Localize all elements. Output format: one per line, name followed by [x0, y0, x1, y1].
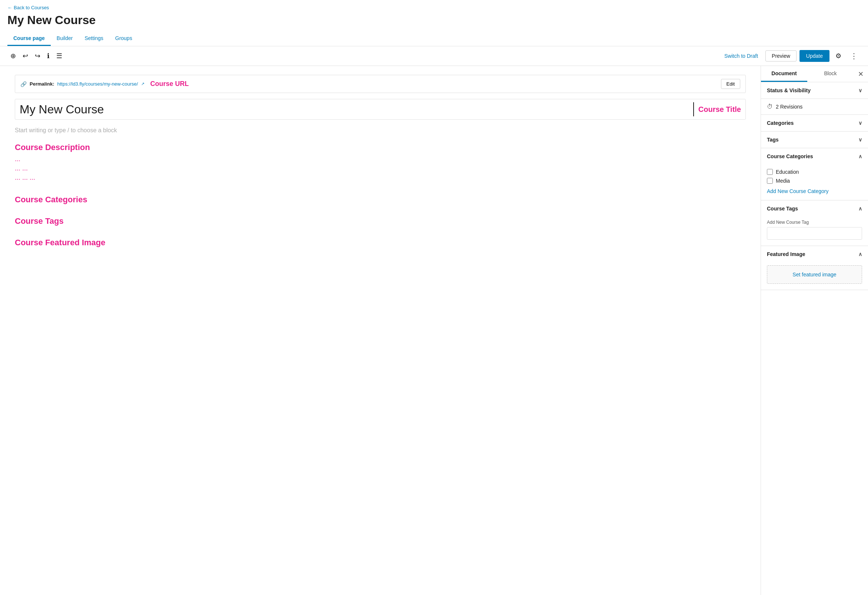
featured-image-chevron: ∧ [858, 251, 862, 257]
annotation-tags-area: Course Tags [15, 216, 746, 226]
category-label-media: Media [776, 178, 790, 184]
checkbox-media[interactable] [767, 178, 773, 184]
annotation-course-categories: Course Categories [15, 195, 746, 204]
categories-chevron: ∨ [858, 120, 862, 126]
link-icon: 🔗 [21, 81, 27, 87]
section-course-tags-header[interactable]: Course Tags ∧ [761, 200, 868, 217]
text-cursor [693, 102, 694, 116]
section-categories-header[interactable]: Categories ∨ [761, 115, 868, 131]
status-visibility-chevron: ∨ [858, 87, 862, 93]
annotation-course-tags: Course Tags [15, 216, 746, 226]
section-course-categories-header[interactable]: Course Categories ∧ [761, 148, 868, 164]
section-tags-header[interactable]: Tags ∨ [761, 132, 868, 148]
annotation-course-title: Course Title [698, 105, 741, 114]
update-button[interactable]: Update [800, 50, 830, 62]
list-view-button[interactable]: ☰ [53, 50, 65, 62]
main-layout: 🔗 Permalink: https://ld3.fly/courses/my-… [0, 66, 868, 595]
editor-area: 🔗 Permalink: https://ld3.fly/courses/my-… [0, 66, 760, 595]
category-item-media: Media [767, 176, 862, 185]
info-button[interactable]: ℹ [44, 50, 53, 62]
toolbar-left: ⊕ ↩ ↪ ℹ ☰ [7, 50, 718, 62]
block-placeholder[interactable]: Start writing or type / to choose a bloc… [15, 124, 746, 137]
section-tags: Tags ∨ [761, 132, 868, 148]
sidebar-tab-block[interactable]: Block [807, 66, 853, 82]
section-status-visibility: Status & Visibility ∨ [761, 82, 868, 99]
permalink-bar: 🔗 Permalink: https://ld3.fly/courses/my-… [15, 75, 746, 93]
categories-label: Categories [767, 120, 794, 126]
permalink-url-link[interactable]: https://ld3.fly/courses/my-new-course/ [57, 81, 138, 87]
redo-button[interactable]: ↪ [32, 50, 43, 62]
section-revisions: ⏱ 2 Revisions [761, 99, 868, 115]
preview-button[interactable]: Preview [765, 50, 797, 62]
add-block-button[interactable]: ⊕ [7, 50, 19, 62]
section-course-categories: Course Categories ∧ Education Media Add … [761, 148, 868, 200]
toolbar-right: Switch to Draft Preview Update ⚙ ⋮ [720, 49, 861, 63]
main-tabs: Course page Builder Settings Groups [7, 31, 861, 46]
switch-draft-button[interactable]: Switch to Draft [720, 51, 762, 61]
section-featured-image-header[interactable]: Featured Image ∧ [761, 246, 868, 262]
revisions-row[interactable]: ⏱ 2 Revisions [761, 99, 868, 114]
annotation-featured-area: Course Featured Image [15, 238, 746, 247]
dot-line-1: ··· [15, 157, 746, 164]
annotation-course-featured: Course Featured Image [15, 238, 746, 247]
edit-permalink-button[interactable]: Edit [721, 79, 740, 89]
sidebar-close-button[interactable]: ✕ [853, 66, 868, 82]
course-tags-input[interactable] [767, 227, 862, 240]
section-categories: Categories ∨ [761, 115, 868, 132]
dot-line-2: ··· ··· [15, 166, 746, 174]
course-title-input[interactable] [20, 103, 693, 116]
tags-chevron: ∨ [858, 137, 862, 143]
course-tags-content: Add New Course Tag [761, 217, 868, 246]
category-item-education: Education [767, 167, 862, 176]
section-featured-image: Featured Image ∧ Set featured image [761, 246, 868, 290]
course-categories-label: Course Categories [767, 153, 813, 159]
status-visibility-label: Status & Visibility [767, 87, 810, 93]
featured-image-label: Featured Image [767, 251, 805, 257]
title-row: Course Title [15, 99, 746, 120]
course-tags-chevron: ∧ [858, 206, 862, 212]
more-options-button[interactable]: ⋮ [847, 49, 861, 63]
section-course-tags: Course Tags ∧ Add New Course Tag [761, 200, 868, 246]
section-status-visibility-header[interactable]: Status & Visibility ∨ [761, 82, 868, 99]
tab-settings[interactable]: Settings [78, 31, 109, 46]
revisions-icon: ⏱ [767, 104, 773, 110]
checkbox-education[interactable] [767, 169, 773, 175]
revisions-label: 2 Revisions [776, 104, 803, 110]
toolbar: ⊕ ↩ ↪ ℹ ☰ Switch to Draft Preview Update… [0, 46, 868, 66]
permalink-label: Permalink: [30, 81, 54, 87]
back-link[interactable]: Back to Courses [7, 5, 49, 10]
featured-image-content: Set featured image [761, 262, 868, 290]
dot-line-3: ··· ··· ··· [15, 175, 746, 183]
annotation-categories-area: Course Categories [15, 195, 746, 204]
tab-course-page[interactable]: Course page [7, 31, 51, 46]
undo-button[interactable]: ↩ [20, 50, 31, 62]
add-category-link[interactable]: Add New Course Category [767, 188, 829, 194]
settings-gear-button[interactable]: ⚙ [833, 50, 844, 62]
annotation-course-desc: Course Description [15, 143, 746, 152]
external-link-icon: ↗ [141, 81, 145, 86]
sidebar: Document Block ✕ Status & Visibility ∨ ⏱… [760, 66, 868, 595]
course-categories-content: Education Media Add New Course Category [761, 164, 868, 200]
page-title: My New Course [7, 13, 861, 27]
tags-label: Tags [767, 137, 779, 143]
tags-input-label: Add New Course Tag [767, 220, 862, 225]
course-categories-chevron: ∧ [858, 153, 862, 159]
category-label-education: Education [776, 169, 799, 175]
annotation-course-url: Course URL [151, 80, 189, 88]
sidebar-tab-document[interactable]: Document [761, 66, 807, 82]
set-featured-image-button[interactable]: Set featured image [767, 265, 862, 284]
course-tags-section-label: Course Tags [767, 206, 798, 212]
sidebar-tabs-row: Document Block ✕ [761, 66, 868, 82]
tab-groups[interactable]: Groups [109, 31, 138, 46]
tab-builder[interactable]: Builder [51, 31, 79, 46]
